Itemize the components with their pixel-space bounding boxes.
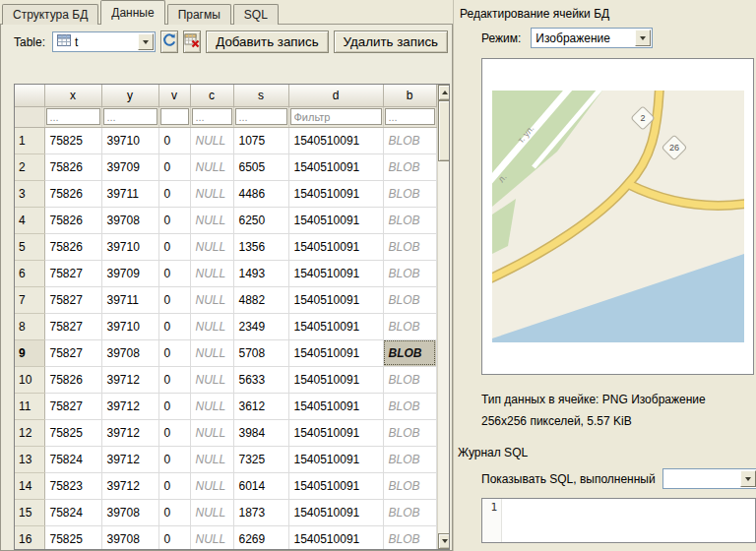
cell-d[interactable]: 1540510091 [288, 472, 383, 499]
mode-select[interactable]: Изображение [531, 28, 653, 48]
cell-y[interactable]: 39712 [101, 446, 158, 472]
column-header-y[interactable]: y [101, 85, 158, 106]
cell-v[interactable]: 0 [158, 207, 190, 233]
cell-d[interactable]: 1540510091 [288, 127, 383, 153]
cell-y[interactable]: 39712 [101, 366, 158, 393]
cell-x[interactable]: 75827 [44, 313, 101, 339]
cell-s[interactable]: 1075 [233, 127, 288, 153]
row-number[interactable]: 15 [15, 499, 44, 525]
cell-d[interactable]: 1540510091 [288, 446, 383, 472]
cell-v[interactable]: 0 [158, 153, 190, 180]
cell-d[interactable]: 1540510091 [288, 207, 383, 233]
cell-b[interactable]: BLOB [383, 127, 436, 153]
cell-y[interactable]: 39710 [101, 313, 158, 339]
cell-y[interactable]: 39709 [101, 153, 158, 180]
cell-v[interactable]: 0 [158, 233, 190, 260]
cell-y[interactable]: 39709 [101, 260, 158, 286]
cell-d[interactable]: 1540510091 [288, 153, 383, 180]
cell-y[interactable]: 39712 [101, 472, 158, 499]
cell-b[interactable]: BLOB [383, 207, 436, 233]
cell-y[interactable]: 39708 [101, 207, 158, 233]
cell-s[interactable]: 6505 [233, 153, 288, 180]
delete-record-button[interactable]: Удалить запись [334, 31, 448, 53]
cell-b[interactable]: BLOB [383, 446, 436, 472]
filter-input-s[interactable] [235, 108, 287, 125]
cell-v[interactable]: 0 [158, 180, 190, 207]
cell-d[interactable]: 1540510091 [288, 525, 383, 550]
cell-v[interactable]: 0 [158, 260, 190, 286]
row-number[interactable]: 2 [15, 153, 44, 180]
cell-c[interactable]: NULL [190, 419, 233, 446]
grid-vertical-scrollbar[interactable] [437, 85, 451, 549]
row-number[interactable]: 11 [15, 393, 44, 419]
cell-x[interactable]: 75825 [44, 127, 101, 153]
cell-x[interactable]: 75827 [44, 260, 101, 286]
column-header-c[interactable]: c [190, 85, 233, 106]
cell-d[interactable]: 1540510091 [288, 393, 383, 419]
cell-x[interactable]: 75827 [44, 339, 101, 366]
cell-c[interactable]: NULL [190, 472, 233, 499]
cell-v[interactable]: 0 [158, 286, 190, 313]
cell-b[interactable]: BLOB [383, 366, 436, 393]
cell-y[interactable]: 39708 [101, 499, 158, 525]
cell-x[interactable]: 75825 [44, 419, 101, 446]
cell-x[interactable]: 75826 [44, 233, 101, 260]
sql-log-area[interactable]: 1 [481, 498, 756, 543]
add-record-button[interactable]: Добавить запись [206, 31, 328, 53]
column-header-d[interactable]: d [288, 85, 383, 106]
filter-input-y[interactable] [103, 108, 158, 125]
column-header-b[interactable]: b [383, 85, 436, 106]
cell-d[interactable]: 1540510091 [288, 339, 383, 366]
cell-y[interactable]: 39710 [101, 233, 158, 260]
cell-c[interactable]: NULL [190, 207, 233, 233]
cell-s[interactable]: 6250 [233, 207, 288, 233]
clear-filters-button[interactable] [183, 31, 201, 53]
table-select[interactable]: t [52, 31, 156, 52]
cell-b[interactable]: BLOB [383, 180, 436, 207]
row-number[interactable]: 1 [15, 127, 44, 153]
row-number[interactable]: 10 [15, 366, 44, 393]
cell-x[interactable]: 75824 [44, 499, 101, 525]
cell-c[interactable]: NULL [190, 393, 233, 419]
scrollbar-thumb[interactable] [438, 100, 451, 161]
cell-c[interactable]: NULL [190, 260, 233, 286]
cell-c[interactable]: NULL [190, 446, 233, 472]
cell-b[interactable]: BLOB [383, 339, 436, 366]
cell-s[interactable]: 4882 [233, 286, 288, 313]
cell-y[interactable]: 39711 [101, 286, 158, 313]
cell-d[interactable]: 1540510091 [288, 366, 383, 393]
cell-x[interactable]: 75826 [44, 180, 101, 207]
cell-y[interactable]: 39708 [101, 339, 158, 366]
cell-b[interactable]: BLOB [383, 260, 436, 286]
cell-v[interactable]: 0 [158, 499, 190, 525]
mode-select-dropdown-button[interactable] [635, 30, 651, 46]
cell-y[interactable]: 39712 [101, 419, 158, 446]
cell-v[interactable]: 0 [158, 313, 190, 339]
cell-c[interactable]: NULL [190, 339, 233, 366]
column-header-v[interactable]: v [158, 85, 190, 106]
cell-c[interactable]: NULL [190, 525, 233, 550]
cell-s[interactable]: 4486 [233, 180, 288, 207]
cell-s[interactable]: 6269 [233, 525, 288, 550]
cell-c[interactable]: NULL [190, 366, 233, 393]
cell-b[interactable]: BLOB [383, 472, 436, 499]
cell-d[interactable]: 1540510091 [288, 260, 383, 286]
cell-b[interactable]: BLOB [383, 286, 436, 313]
cell-v[interactable]: 0 [158, 366, 190, 393]
column-header-s[interactable]: s [233, 85, 288, 106]
cell-s[interactable]: 6014 [233, 472, 288, 499]
cell-x[interactable]: 75827 [44, 393, 101, 419]
cell-y[interactable]: 39711 [101, 180, 158, 207]
cell-c[interactable]: NULL [190, 233, 233, 260]
cell-b[interactable]: BLOB [383, 419, 436, 446]
cell-y[interactable]: 39710 [101, 127, 158, 153]
cell-s[interactable]: 3984 [233, 419, 288, 446]
cell-d[interactable]: 1540510091 [288, 419, 383, 446]
cell-b[interactable]: BLOB [383, 393, 436, 419]
cell-v[interactable]: 0 [158, 339, 190, 366]
column-header-x[interactable]: x [44, 85, 101, 106]
scroll-down-button[interactable] [438, 533, 451, 549]
filter-input-c[interactable] [192, 108, 232, 125]
refresh-button[interactable] [160, 31, 178, 53]
cell-v[interactable]: 0 [158, 472, 190, 499]
